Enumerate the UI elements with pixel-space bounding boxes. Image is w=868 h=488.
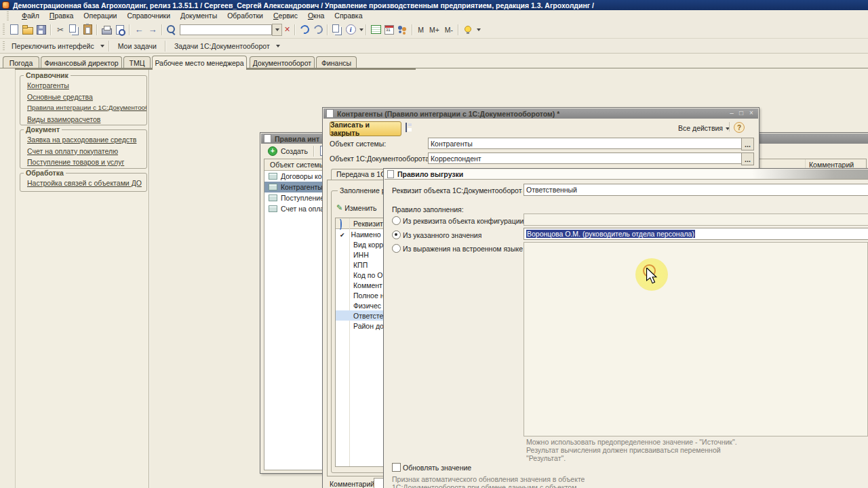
- quick-search-input[interactable]: [180, 24, 272, 35]
- switch-interface-button[interactable]: Переключить интерфейс: [7, 42, 98, 50]
- calendar-icon[interactable]: [382, 23, 396, 37]
- users-icon[interactable]: [396, 23, 410, 37]
- attribute-input[interactable]: Ответственный: [524, 184, 868, 196]
- sidebar-item-invoice[interactable]: Счет на оплату покупателю: [20, 146, 146, 157]
- print-preview-icon[interactable]: [113, 23, 127, 37]
- memory-recall-button[interactable]: М: [415, 26, 427, 34]
- create-button[interactable]: Создать: [281, 147, 308, 155]
- search-icon[interactable]: [165, 23, 178, 37]
- sidebar-item-spend-request[interactable]: Заявка на расходование средств: [20, 134, 146, 146]
- update-value-label[interactable]: Обновлять значение: [403, 464, 471, 472]
- radio-from-attribute-label[interactable]: Из реквизита объекта конфигурации: [403, 217, 524, 225]
- menu-catalogs[interactable]: Справочники: [127, 12, 170, 20]
- integration-titlebar[interactable]: Контрагенты (Правило интеграции с 1С:Док…: [323, 108, 758, 119]
- radio-from-expression[interactable]: [392, 244, 401, 253]
- interface-toolbar: Переключить интерфейс Мои задачи Задачи …: [0, 39, 868, 54]
- window-icon: [326, 109, 334, 118]
- maximize-icon[interactable]: □: [737, 109, 745, 117]
- get-link-icon[interactable]: [311, 23, 325, 37]
- tip-caret-icon[interactable]: [477, 28, 481, 31]
- help-button[interactable]: ?: [734, 122, 745, 133]
- refresh-icon[interactable]: [339, 220, 342, 228]
- tab-transfer-to-do[interactable]: Передача в 1С:Д: [331, 169, 384, 180]
- do-tasks-caret-icon[interactable]: [276, 45, 280, 47]
- cut-icon[interactable]: [54, 23, 67, 37]
- group-title: Обработка: [24, 169, 66, 177]
- catalog-item-icon: [269, 195, 277, 201]
- go-to-link-icon[interactable]: [298, 23, 311, 37]
- scoreboard-icon[interactable]: [369, 23, 382, 37]
- menu-operations[interactable]: Операции: [83, 12, 117, 20]
- info-icon[interactable]: i: [344, 23, 357, 37]
- expression-textarea[interactable]: [524, 242, 868, 436]
- print-icon[interactable]: [100, 23, 113, 37]
- radio-from-expression-label[interactable]: Из выражения на встроенном языке: [403, 245, 523, 253]
- copy-icon[interactable]: [67, 23, 81, 37]
- app-logo-icon: [2, 1, 9, 9]
- my-tasks-button[interactable]: Мои задачи: [114, 42, 161, 50]
- hint-line-3: "Результат".: [526, 454, 566, 462]
- save-icon[interactable]: [406, 123, 407, 131]
- switch-interface-caret-icon[interactable]: [100, 45, 104, 47]
- clear-search-icon[interactable]: ✕: [282, 25, 292, 34]
- object-do-input[interactable]: Корреспондент: [428, 152, 744, 164]
- object-system-input[interactable]: Контрагенты: [428, 138, 744, 149]
- mouse-cursor: [646, 268, 657, 284]
- close-icon[interactable]: ×: [747, 109, 755, 117]
- save-and-close-button[interactable]: Записать и закрыть: [330, 121, 401, 136]
- tab-manager-workplace[interactable]: Рабочее место менеджера: [152, 56, 247, 70]
- object-do-lookup-button[interactable]: ...: [741, 152, 754, 165]
- search-dropdown-icon[interactable]: [272, 24, 282, 36]
- radio-from-value[interactable]: [392, 230, 401, 239]
- tab-weather[interactable]: Погода: [3, 56, 39, 68]
- sidebar-item-goods-receipt[interactable]: Поступление товаров и услуг: [20, 157, 146, 168]
- memory-plus-button[interactable]: М+: [427, 26, 442, 34]
- checkmark-icon: [340, 230, 345, 239]
- tab-docflow[interactable]: Документооборот: [250, 56, 315, 68]
- hint-line-1: Можно использовать предопределенное знач…: [526, 438, 737, 446]
- window-title: Демонстрационная база Агрохолдинг, релиз…: [13, 1, 594, 9]
- attr-column-header[interactable]: Реквизит: [336, 220, 383, 228]
- info-caret-icon[interactable]: [359, 28, 363, 31]
- edit-button[interactable]: ✎ Изменить: [336, 203, 377, 212]
- catalog-item-icon: [269, 205, 277, 212]
- rule-titlebar[interactable]: Правило выгрузки: [384, 169, 868, 180]
- update-value-checkbox[interactable]: [392, 463, 401, 472]
- create-icon[interactable]: +: [268, 146, 277, 156]
- menu-documents[interactable]: Документы: [180, 12, 217, 20]
- all-actions-button[interactable]: Все действия: [678, 124, 723, 132]
- note-line-1: Признак автоматического обновления значе…: [392, 475, 585, 483]
- sidebar-item-settlement-types[interactable]: Виды взаиморасчетов: [20, 114, 146, 125]
- minimize-icon[interactable]: –: [728, 109, 736, 117]
- tip-of-day-icon[interactable]: [461, 23, 475, 37]
- back-icon[interactable]: ←: [132, 23, 146, 37]
- tab-finance[interactable]: Финансы: [316, 56, 357, 68]
- menu-help[interactable]: Справка: [334, 12, 362, 20]
- tab-fin-director[interactable]: Финансовый директор: [41, 56, 122, 68]
- unload-rule-window: Правило выгрузки Реквизит объекта 1С:Док…: [383, 168, 868, 488]
- save-icon[interactable]: [35, 23, 48, 37]
- group-title: Документ: [24, 125, 62, 134]
- menu-edit[interactable]: Правка: [50, 12, 73, 20]
- column-object-system[interactable]: Объект системы: [264, 161, 324, 169]
- tab-tmc[interactable]: ТМЦ: [123, 56, 151, 68]
- forward-icon[interactable]: →: [146, 23, 159, 37]
- sidebar-item-integration-rules[interactable]: Правила интеграции с 1С:Документооборото…: [20, 102, 146, 114]
- new-document-icon[interactable]: [7, 23, 21, 37]
- do-tasks-button[interactable]: Задачи 1С:Документооборот: [170, 42, 274, 50]
- sidebar-item-fixed-assets[interactable]: Основные средства: [20, 92, 146, 103]
- copy-link-icon[interactable]: [330, 23, 344, 37]
- sidebar-item-contractors[interactable]: Контрагенты: [20, 80, 146, 92]
- paste-icon[interactable]: [81, 23, 94, 37]
- menu-file[interactable]: Файл: [22, 12, 39, 20]
- menu-windows[interactable]: Окна: [308, 12, 324, 20]
- menu-processing[interactable]: Обработки: [227, 12, 263, 20]
- radio-from-attribute[interactable]: [392, 216, 401, 225]
- object-system-lookup-button[interactable]: ...: [741, 138, 754, 150]
- open-icon[interactable]: [21, 23, 35, 37]
- radio-from-value-label[interactable]: Из указанного значения: [403, 231, 481, 239]
- menu-service[interactable]: Сервис: [273, 12, 298, 20]
- value-input[interactable]: Воронцова О.М. (руководитель отдела перс…: [524, 228, 868, 240]
- memory-minus-button[interactable]: М-: [442, 26, 456, 34]
- sidebar-item-do-links-setup[interactable]: Настройка связей с объектами ДО: [20, 178, 146, 189]
